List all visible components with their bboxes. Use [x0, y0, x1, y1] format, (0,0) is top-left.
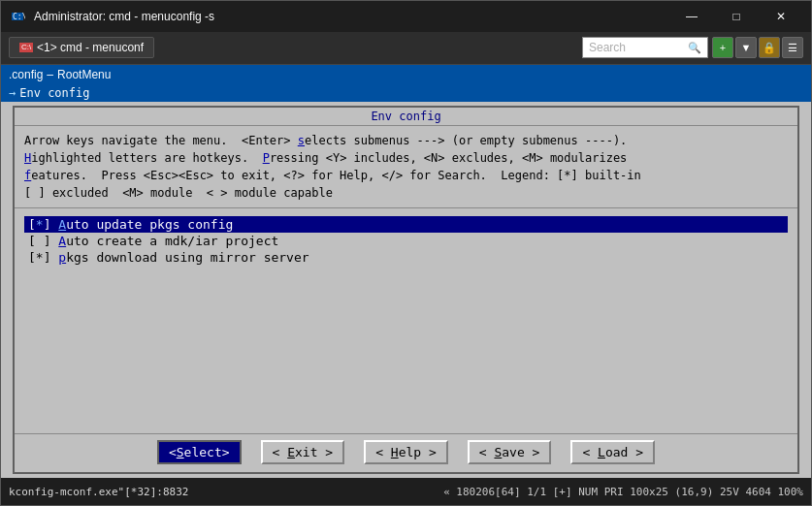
exit-hotkey: E [287, 445, 295, 459]
search-icon: 🔍 [688, 42, 701, 54]
item3-label: kgs download using mirror server [66, 250, 309, 265]
cmd-window-icon: C:\ [9, 8, 26, 25]
item2-bracket-open: [ ] [28, 234, 58, 248]
breadcrumb-menu1: RootMenu [57, 68, 111, 81]
load-hotkey: L [598, 445, 605, 459]
menu-item-3[interactable]: [*] pkgs download using mirror server [24, 249, 788, 266]
help-line-2: Highlighted letters are hotkeys. Pressin… [24, 149, 788, 167]
menu-item-1[interactable]: [*] Auto update pkgs config [24, 216, 788, 233]
main-window: C:\ Administrator: cmd - menuconfig -s —… [0, 0, 812, 506]
title-bar-left: C:\ Administrator: cmd - menuconfig -s [9, 8, 214, 25]
tab-bar-left: C:\ <1> cmd - menuconf [9, 37, 154, 58]
breadcrumb-root: .config [9, 68, 43, 81]
nav-line: → Env config [1, 84, 811, 102]
status-process: kconfig-mconf.exe"[*32]:8832 [9, 486, 188, 498]
menu-item-2[interactable]: [ ] Auto create a mdk/iar project [24, 233, 788, 249]
search-placeholder: Search [589, 41, 626, 54]
select-button[interactable]: <Select> [157, 440, 242, 464]
item3-bracket-open: [*] [28, 250, 58, 265]
tab-bar: C:\ <1> cmd - menuconf Search 🔍 + ▼ 🔒 ☰ [1, 32, 811, 65]
svg-text:C:\: C:\ [13, 13, 25, 21]
save-button[interactable]: < Save > [468, 440, 552, 464]
help-text: Arrow keys navigate the menu. <Enter> se… [15, 126, 797, 208]
nav-item: Env config [19, 86, 89, 100]
help-line-3: features. Press <Esc><Esc> to exit, <?> … [24, 167, 788, 184]
dialog-box: Env config Arrow keys navigate the menu.… [13, 106, 799, 474]
dialog-title: Env config [15, 108, 797, 126]
select-hotkey: S [177, 445, 184, 459]
tab-label: <1> cmd - menuconf [37, 41, 144, 54]
main-content: .config – RootMenu → Env config Env conf… [1, 65, 811, 478]
exit-button[interactable]: < Exit > [261, 440, 345, 464]
item1-hotkey: A [58, 217, 66, 232]
cmd-tab-icon: C:\ [19, 43, 33, 52]
status-bar: kconfig-mconf.exe"[*32]:8832 « 180206[64… [1, 478, 811, 505]
window-controls: — □ ✕ [669, 1, 803, 32]
save-hotkey: S [494, 445, 502, 459]
close-button[interactable]: ✕ [759, 1, 803, 32]
menu-area: [*] Auto update pkgs config [ ] Auto cre… [15, 208, 797, 433]
item1-star: * [36, 217, 44, 232]
window-title: Administrator: cmd - menuconfig -s [34, 10, 214, 23]
maximize-button[interactable]: □ [714, 1, 759, 32]
lock-icon: 🔒 [759, 37, 780, 58]
status-info: « 180206[64] 1/1 [+] NUM PRI 100x25 (16,… [443, 486, 803, 498]
item2-hotkey: A [58, 234, 66, 248]
breadcrumb-sep1: – [47, 68, 53, 81]
button-bar: <Select> < Exit > < Help > < Save > < Lo… [15, 433, 797, 472]
menu-button[interactable]: ☰ [782, 37, 803, 58]
minimize-button[interactable]: — [669, 1, 714, 32]
breadcrumb-bar: .config – RootMenu [1, 65, 811, 84]
toolbar-buttons: + ▼ 🔒 ☰ [712, 37, 803, 58]
item1-bracket-open: [ [28, 217, 36, 232]
nav-arrow: → [9, 86, 16, 100]
search-box[interactable]: Search 🔍 [582, 37, 708, 58]
item1-label: uto update pkgs config [66, 217, 233, 232]
tab-cmd[interactable]: C:\ <1> cmd - menuconf [9, 37, 154, 58]
item2-label: uto create a mdk/iar project [66, 234, 278, 248]
help-button[interactable]: < Help > [364, 440, 448, 464]
search-container: Search 🔍 + ▼ 🔒 ☰ [582, 37, 803, 58]
help-line-4: [ ] excluded <M> module < > module capab… [24, 184, 788, 202]
title-bar: C:\ Administrator: cmd - menuconfig -s —… [1, 1, 811, 32]
help-line-1: Arrow keys navigate the menu. <Enter> se… [24, 132, 788, 149]
add-tab-button[interactable]: + [712, 37, 733, 58]
dropdown-button[interactable]: ▼ [735, 37, 757, 58]
help-hotkey: H [391, 445, 399, 459]
load-button[interactable]: < Load > [570, 440, 655, 464]
item3-hotkey: p [58, 250, 66, 265]
item1-bracket-close: ] [44, 217, 59, 232]
